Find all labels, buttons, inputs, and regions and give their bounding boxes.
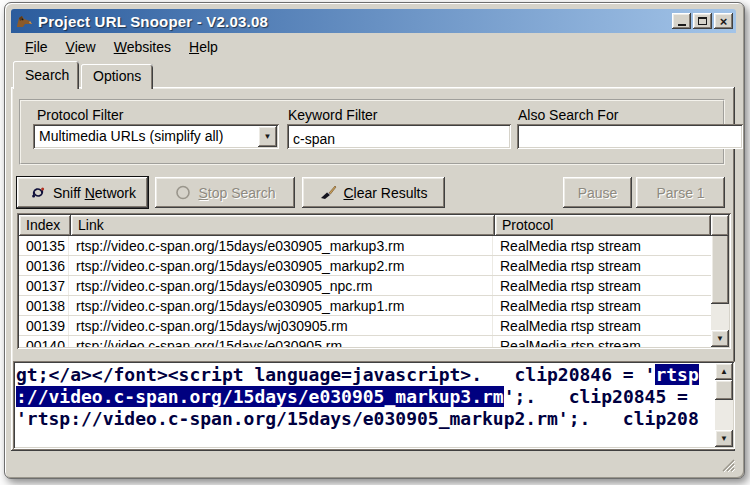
scroll-down-button[interactable]: ▼ [711,330,729,347]
menu-websites[interactable]: Websites [105,36,180,58]
capture-console-text: gt;</a></font><script language=javascrip… [16,364,714,446]
tab-strip: Search Options [13,61,735,89]
pause-button[interactable]: Pause [563,177,632,208]
close-icon: × [720,15,728,28]
table-row[interactable]: 00138 rtsp://video.c-span.org/15days/e03… [19,296,711,316]
window-title: Project URL Snooper - V2.03.08 [38,13,672,30]
parse-label: Parse 1 [656,185,704,201]
pause-label: Pause [578,185,618,201]
filters-groupbox: Protocol Filter Keyword Filter Also Sear… [19,99,725,165]
stop-search-button[interactable]: Stop Search [155,177,295,208]
triangle-up-icon: ▲ [720,367,728,376]
console-line: 'rtsp://video.c-span.org/15days/e030905_… [16,408,699,429]
also-search-for-label: Also Search For [518,107,618,123]
console-line: ://video.c-span.org/15days/e030905_marku… [16,386,688,407]
results-table: Index Link Protocol 00135 rtsp://video.c… [17,213,731,349]
results-table-body: 00135 rtsp://video.c-span.org/15days/e03… [19,236,711,347]
sniff-network-icon [29,185,47,200]
screenshot-stage: Project URL Snooper - V2.03.08 × File Vi… [0,0,750,485]
keyword-filter-label: Keyword Filter [288,107,377,123]
scrollbar-thumb[interactable] [711,232,729,304]
column-header-link[interactable]: Link [71,215,495,236]
protocol-filter-label: Protocol Filter [37,107,123,123]
search-tab-panel: Protocol Filter Keyword Filter Also Sear… [11,87,735,451]
minimize-icon [678,24,686,26]
stop-search-label: Stop Search [198,185,275,201]
clear-results-button[interactable]: Clear Results [302,177,445,208]
results-table-header: Index Link Protocol [19,215,729,236]
table-row[interactable]: 00137 rtsp://video.c-span.org/15days/e03… [19,276,711,296]
tab-options[interactable]: Options [81,64,153,89]
menu-file[interactable]: File [16,36,57,58]
dog-icon [14,13,34,30]
status-bar [11,456,736,473]
window-controls: × [672,13,733,29]
column-header-spacer [711,215,729,236]
table-row[interactable]: 00135 rtsp://video.c-span.org/15days/e03… [19,236,711,256]
menu-view[interactable]: View [57,36,105,58]
title-bar[interactable]: Project URL Snooper - V2.03.08 × [11,9,736,33]
stop-icon [174,185,192,200]
scrollbar-thumb[interactable] [715,380,733,400]
table-row[interactable]: 00140 rtsp://video.c-span.org/15days/e03… [19,336,711,347]
menu-help[interactable]: Help [180,36,227,58]
selected-text: ://video.c-span.org/15days/e030905_marku… [16,386,504,407]
table-row[interactable]: 00136 rtsp://video.c-span.org/15days/e03… [19,256,711,276]
console-scrollbar[interactable]: ▲ ▼ [715,363,733,447]
resize-grip-icon[interactable] [721,458,735,472]
dropdown-button[interactable]: ▼ [258,126,277,147]
protocol-filter-value: Multimedia URLs (simplify all) [39,128,223,144]
sniff-network-label: Sniff Network [53,185,136,201]
console-line: gt;</a></font><script language=javascrip… [16,364,699,385]
maximize-icon [698,17,707,25]
parse-button[interactable]: Parse 1 [636,177,725,208]
scroll-down-button[interactable]: ▼ [715,430,733,447]
clear-results-label: Clear Results [343,185,427,201]
triangle-down-icon: ▼ [720,434,728,443]
app-window: Project URL Snooper - V2.03.08 × File Vi… [4,2,745,479]
scroll-up-button[interactable]: ▲ [715,363,733,380]
keyword-filter-input[interactable] [287,124,511,149]
also-search-for-input[interactable] [517,124,743,149]
sniff-network-button[interactable]: Sniff Network [17,177,148,208]
chevron-down-icon: ▼ [264,132,272,141]
protocol-filter-dropdown[interactable]: Multimedia URLs (simplify all) ▼ [33,124,279,149]
selected-text: rtsp [655,364,698,385]
tab-search[interactable]: Search [13,61,79,89]
close-button[interactable]: × [714,13,733,29]
capture-console[interactable]: gt;</a></font><script language=javascrip… [13,361,735,449]
menu-bar: File View Websites Help [11,35,736,59]
column-header-index[interactable]: Index [19,215,71,236]
brush-icon [319,185,337,200]
maximize-button[interactable] [693,13,712,29]
triangle-down-icon: ▼ [716,334,724,343]
minimize-button[interactable] [672,13,691,29]
column-header-protocol[interactable]: Protocol [495,215,711,236]
table-row[interactable]: 00139 rtsp://video.c-span.org/15days/wj0… [19,316,711,336]
